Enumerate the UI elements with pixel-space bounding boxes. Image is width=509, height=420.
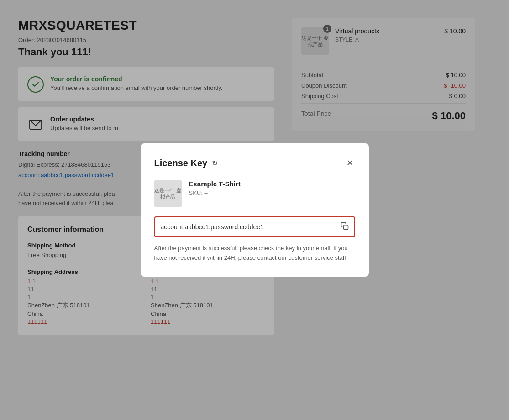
- modal-product-image: 这是一个 虚拟产品: [154, 180, 182, 207]
- license-value: account:aabbcc1,password:ccddee1: [161, 223, 337, 231]
- modal-product-name: Example T-Shirt: [189, 180, 241, 188]
- modal-close-button[interactable]: ✕: [345, 156, 355, 170]
- modal-product-info: Example T-Shirt SKU: –: [189, 180, 241, 196]
- license-input-row: account:aabbcc1,password:ccddee1: [154, 216, 355, 237]
- modal-note: After the payment is successful, please …: [154, 244, 355, 263]
- modal-overlay[interactable]: License Key ↻ ✕ 这是一个 虚拟产品 Example T-Shir…: [0, 0, 509, 420]
- modal-product-image-text: 这是一个 虚拟产品: [154, 187, 182, 200]
- svg-rect-1: [343, 225, 348, 230]
- modal-product-row: 这是一个 虚拟产品 Example T-Shirt SKU: –: [154, 180, 355, 207]
- refresh-icon[interactable]: ↻: [212, 159, 218, 168]
- copy-icon[interactable]: [341, 222, 349, 232]
- modal-title: License Key: [154, 158, 208, 168]
- license-key-modal: License Key ↻ ✕ 这是一个 虚拟产品 Example T-Shir…: [141, 143, 369, 277]
- modal-product-sku: SKU: –: [189, 189, 241, 196]
- modal-title-row: License Key ↻: [154, 158, 218, 168]
- modal-header: License Key ↻ ✕: [154, 156, 355, 170]
